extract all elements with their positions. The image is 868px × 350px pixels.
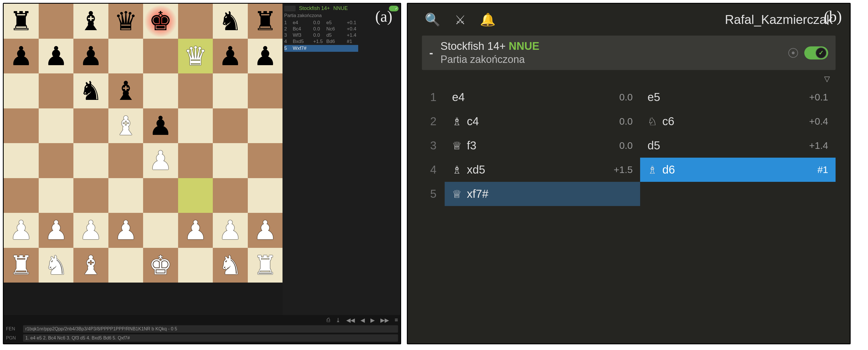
black-pawn-icon[interactable]: ♟ xyxy=(253,43,277,69)
chess-board[interactable]: ♜♝♛♚♞♜♟♟♟♛♟♟♞♝♝♟♟♟♟♟♟♟♟♟♜♞♝♚♞♜ xyxy=(4,4,282,283)
mini-move-row-selected[interactable]: 5Wxf7# xyxy=(284,45,358,52)
engine-toggle[interactable]: ✓ xyxy=(804,46,828,60)
mini-move-cell[interactable]: +0.1 xyxy=(347,20,358,26)
username[interactable]: Rafal_Kazmierczak xyxy=(725,12,833,27)
white-move-cell[interactable]: ♕f30.0 xyxy=(445,133,640,158)
square-e5[interactable]: ♟ xyxy=(143,108,178,144)
square-h5[interactable] xyxy=(248,108,283,144)
mini-move-cell[interactable]: Bd6 xyxy=(326,39,345,44)
square-e7[interactable] xyxy=(143,39,178,74)
square-g1[interactable]: ♞ xyxy=(213,248,248,283)
square-g7[interactable]: ♟ xyxy=(213,39,248,74)
white-pawn-icon[interactable]: ♟ xyxy=(184,217,207,243)
square-c2[interactable]: ♟ xyxy=(73,213,108,248)
white-queen-icon[interactable]: ♛ xyxy=(184,43,207,69)
white-pawn-icon[interactable]: ♟ xyxy=(44,217,68,243)
square-h7[interactable]: ♟ xyxy=(248,39,283,74)
square-d2[interactable]: ♟ xyxy=(108,213,144,248)
black-rook-icon[interactable]: ♜ xyxy=(9,8,33,34)
mini-move-cell[interactable]: Wf3 xyxy=(293,32,312,38)
black-knight-icon[interactable]: ♞ xyxy=(79,78,102,104)
black-pawn-icon[interactable]: ♟ xyxy=(149,113,172,139)
square-b6[interactable] xyxy=(39,73,74,108)
square-d1[interactable] xyxy=(108,248,144,283)
square-h6[interactable] xyxy=(248,73,283,108)
black-pawn-icon[interactable]: ♟ xyxy=(79,43,102,69)
playback-control-icon[interactable]: ▶ xyxy=(370,317,375,323)
black-queen-icon[interactable]: ♛ xyxy=(114,8,137,34)
white-king-icon[interactable]: ♚ xyxy=(149,252,172,278)
white-move-cell[interactable]: ♗c40.0 xyxy=(445,109,640,133)
square-d7[interactable] xyxy=(108,39,144,74)
square-f5[interactable] xyxy=(178,108,213,144)
square-a4[interactable] xyxy=(4,143,39,178)
white-bishop-icon[interactable]: ♝ xyxy=(114,113,137,139)
square-e8[interactable]: ♚ xyxy=(143,4,178,39)
fen-field[interactable]: r1bqk1nr/ppp2Qpp/2nb4/3Bp3/4P3/8/PPPP1PP… xyxy=(23,325,398,332)
square-c3[interactable] xyxy=(73,178,108,213)
square-c4[interactable] xyxy=(73,143,108,178)
mini-move-cell[interactable]: 2 xyxy=(284,26,291,32)
mini-move-cell[interactable]: Bxd5 xyxy=(293,39,312,44)
mini-move-cell[interactable]: +1.4 xyxy=(347,32,358,38)
bell-icon[interactable]: 🔔 xyxy=(480,12,496,27)
mini-move-cell[interactable]: +1.5 xyxy=(313,39,324,44)
mini-move-cell[interactable]: 0.0 xyxy=(313,26,324,32)
black-move-cell[interactable]: d5+1.4 xyxy=(640,133,836,158)
square-g5[interactable] xyxy=(213,108,248,144)
square-h1[interactable]: ♜ xyxy=(248,248,283,283)
square-f2[interactable]: ♟ xyxy=(178,213,213,248)
playback-control-icon[interactable]: ◀◀ xyxy=(346,317,355,323)
mini-move-cell[interactable]: 0.0 xyxy=(313,20,324,26)
square-c8[interactable]: ♝ xyxy=(73,4,108,39)
search-icon[interactable]: 🔍 xyxy=(425,12,440,27)
square-d5[interactable]: ♝ xyxy=(108,108,144,144)
square-c6[interactable]: ♞ xyxy=(73,73,108,108)
playback-control-icon[interactable]: ▶▶ xyxy=(380,317,389,323)
square-d6[interactable]: ♝ xyxy=(108,73,144,108)
square-h3[interactable] xyxy=(248,178,283,213)
target-icon[interactable] xyxy=(788,48,798,58)
square-a2[interactable]: ♟ xyxy=(4,213,39,248)
white-rook-icon[interactable]: ♜ xyxy=(9,252,33,278)
black-pawn-icon[interactable]: ♟ xyxy=(9,43,33,69)
square-f7[interactable]: ♛ xyxy=(178,39,213,74)
white-pawn-icon[interactable]: ♟ xyxy=(218,217,242,243)
square-a3[interactable] xyxy=(4,178,39,213)
black-knight-icon[interactable]: ♞ xyxy=(218,8,242,34)
black-bishop-icon[interactable]: ♝ xyxy=(114,78,137,104)
white-rook-icon[interactable]: ♜ xyxy=(253,252,277,278)
white-knight-icon[interactable]: ♞ xyxy=(218,252,242,278)
square-d3[interactable] xyxy=(108,178,144,213)
collapse-icon[interactable]: ▽ xyxy=(408,70,850,85)
square-g2[interactable]: ♟ xyxy=(213,213,248,248)
white-knight-icon[interactable]: ♞ xyxy=(44,252,68,278)
square-d8[interactable]: ♛ xyxy=(108,4,144,39)
square-e2[interactable] xyxy=(143,213,178,248)
white-pawn-icon[interactable]: ♟ xyxy=(149,148,172,173)
white-move-cell[interactable]: ♗xd5+1.5 xyxy=(445,158,640,182)
square-g6[interactable] xyxy=(213,73,248,108)
square-a7[interactable]: ♟ xyxy=(4,39,39,74)
square-b7[interactable]: ♟ xyxy=(39,39,74,74)
mini-move-cell[interactable]: Nc6 xyxy=(326,26,345,32)
black-pawn-icon[interactable]: ♟ xyxy=(218,43,242,69)
square-g4[interactable] xyxy=(213,143,248,178)
black-move-cell[interactable]: ♘c6+0.4 xyxy=(640,109,836,133)
white-move-cell[interactable]: e40.0 xyxy=(445,85,640,109)
square-b4[interactable] xyxy=(39,143,74,178)
square-h4[interactable] xyxy=(248,143,283,178)
square-f1[interactable] xyxy=(178,248,213,283)
black-rook-icon[interactable]: ♜ xyxy=(253,8,277,34)
playback-control-icon[interactable]: ◀ xyxy=(361,317,365,323)
pgn-field[interactable]: 1. e4 e5 2. Bc4 Nc6 3. Qf3 d5 4. Bxd5 Bd… xyxy=(23,335,398,342)
square-c1[interactable]: ♝ xyxy=(73,248,108,283)
white-bishop-icon[interactable]: ♝ xyxy=(79,252,102,278)
mini-move-cell[interactable]: 0.0 xyxy=(313,32,324,38)
playback-control-icon[interactable]: ⎙ xyxy=(327,317,330,323)
square-b1[interactable]: ♞ xyxy=(39,248,74,283)
square-e3[interactable] xyxy=(143,178,178,213)
playback-control-icon[interactable]: ≡ xyxy=(395,317,398,323)
square-e1[interactable]: ♚ xyxy=(143,248,178,283)
square-h8[interactable]: ♜ xyxy=(248,4,283,39)
